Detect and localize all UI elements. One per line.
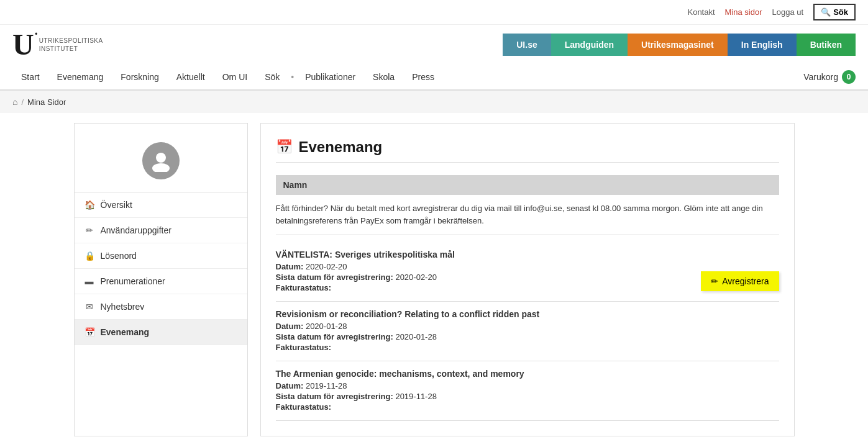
datum-value-1: 2020-02-20 xyxy=(306,262,347,271)
datum-label-1: Datum: xyxy=(276,262,304,271)
anvandaruppgifter-label: Användaruppgifter xyxy=(101,225,171,235)
faktura-label-3: Fakturastatus: xyxy=(276,402,332,412)
nav-aktuellt[interactable]: Aktuellt xyxy=(168,65,214,89)
home-icon: 🏠 xyxy=(85,200,94,210)
nav-sok[interactable]: Sök xyxy=(256,65,288,89)
avatar xyxy=(142,142,180,179)
top-bar: Kontakt Mina sidor Logga ut 🔍 Sök xyxy=(0,0,868,25)
event-title-2: Revisionism or reconciliation? Relating … xyxy=(276,309,779,319)
events-table-header: Namn xyxy=(276,175,779,195)
avregistrera-button-1[interactable]: ✏ Avregistrera xyxy=(701,271,779,291)
svg-point-0 xyxy=(156,153,166,163)
butiken-button[interactable]: Butiken xyxy=(797,34,856,56)
event-faktura-2: Fakturastatus: xyxy=(276,343,779,352)
main-nav: Start Evenemang Forskning Aktuellt Om UI… xyxy=(0,65,868,91)
mina-sidor-link[interactable]: Mina sidor xyxy=(725,7,762,17)
event-datum-3: Datum: 2019-11-28 xyxy=(276,381,779,390)
breadcrumb-separator: / xyxy=(21,97,24,107)
sidebar-item-anvandaruppgifter[interactable]: ✏ Användaruppgifter xyxy=(75,218,247,243)
losenord-link[interactable]: 🔒 Lösenord xyxy=(75,243,247,268)
cart-label: Varukorg xyxy=(803,72,838,82)
search-icon: 🔍 xyxy=(821,7,831,17)
title-calendar-icon: 📅 xyxy=(276,139,293,155)
page-title: Evenemang xyxy=(299,138,383,156)
utrikesmagasinet-button[interactable]: Utrikesmagasinet xyxy=(628,34,728,56)
nav-press[interactable]: Press xyxy=(403,65,443,89)
search-label: Sök xyxy=(833,7,848,17)
faktura-label-2: Fakturastatus: xyxy=(276,343,332,352)
avregistrera-label-1: Avregistrera xyxy=(722,276,769,286)
page-content: 🏠 Översikt ✏ Användaruppgifter 🔒 Lösenor… xyxy=(62,123,807,436)
logo-u-letter: U xyxy=(12,30,34,60)
breadcrumb-home-link[interactable]: ⌂ xyxy=(12,97,17,107)
main-content: 📅 Evenemang Namn Fått förhinder? När du … xyxy=(260,123,795,436)
brand-nav: U UTRIKESPOLITISKA INSTITUTET UI.se Land… xyxy=(0,25,868,65)
datum-value-3: 2019-11-28 xyxy=(306,381,347,390)
event-item-1: VÄNTELISTA: Sveriges utrikespolitiska må… xyxy=(276,242,779,302)
lock-icon: 🔒 xyxy=(85,251,94,261)
sista-label-1: Sista datum för avregistrering: xyxy=(276,273,393,282)
sidebar-item-prenumerationer[interactable]: ▬ Prenumerationer xyxy=(75,269,247,294)
event-item-2: Revisionism or reconciliation? Relating … xyxy=(276,302,779,361)
edit-icon: ✏ xyxy=(85,225,94,235)
brand-buttons: UI.se Landguiden Utrikesmagasinet In Eng… xyxy=(503,34,856,56)
sista-label-2: Sista datum för avregistrering: xyxy=(276,332,393,341)
sidebar-item-nyhetsbrev[interactable]: ✉ Nyhetsbrev xyxy=(75,294,247,320)
user-icon xyxy=(150,150,172,172)
sidebar: 🏠 Översikt ✏ Användaruppgifter 🔒 Lösenor… xyxy=(74,123,248,436)
sista-value-2: 2020-01-28 xyxy=(395,332,437,341)
event-sista-3: Sista datum för avregistrering: 2019-11-… xyxy=(276,392,779,401)
evenemang-label: Evenemang xyxy=(101,327,150,337)
inenglish-button[interactable]: In English xyxy=(728,34,797,56)
nav-skola[interactable]: Skola xyxy=(364,65,403,89)
mail-icon: ✉ xyxy=(85,302,94,312)
sidebar-item-evenemang[interactable]: 📅 Evenemang xyxy=(75,320,247,345)
pencil-icon: ✏ xyxy=(711,276,718,286)
logo-text: UTRIKESPOLITISKA INSTITUTET xyxy=(39,37,103,53)
breadcrumb: ⌂ / Mina Sidor xyxy=(0,91,868,113)
event-item-3: The Armenian genocide: mechanisms, conte… xyxy=(276,361,779,421)
logga-ut-link[interactable]: Logga ut xyxy=(772,7,804,17)
datum-label-3: Datum: xyxy=(276,381,304,390)
ui-se-button[interactable]: UI.se xyxy=(503,34,550,56)
nav-evenemang[interactable]: Evenemang xyxy=(48,65,112,89)
page-title-area: 📅 Evenemang xyxy=(276,138,779,163)
prenumerationer-link[interactable]: ▬ Prenumerationer xyxy=(75,269,247,294)
landguiden-button[interactable]: Landguiden xyxy=(551,34,628,56)
datum-label-2: Datum: xyxy=(276,322,304,331)
kontakt-link[interactable]: Kontakt xyxy=(687,7,715,17)
anvandaruppgifter-link[interactable]: ✏ Användaruppgifter xyxy=(75,218,247,243)
event-datum-1: Datum: 2020-02-20 xyxy=(276,262,779,271)
evenemang-link[interactable]: 📅 Evenemang xyxy=(75,320,247,345)
logo-area: U UTRIKESPOLITISKA INSTITUTET xyxy=(12,30,103,60)
search-button[interactable]: 🔍 Sök xyxy=(813,4,856,20)
nav-om-ui[interactable]: Om UI xyxy=(214,65,256,89)
cart-badge: 0 xyxy=(842,70,856,84)
nav-publikationer[interactable]: Publikationer xyxy=(296,65,364,89)
card-icon: ▬ xyxy=(85,276,94,286)
event-title-1: VÄNTELISTA: Sveriges utrikespolitiska må… xyxy=(276,250,779,259)
breadcrumb-current: Mina Sidor xyxy=(27,97,66,107)
sidebar-menu: 🏠 Översikt ✏ Användaruppgifter 🔒 Lösenor… xyxy=(75,192,247,345)
nav-separator: • xyxy=(288,72,296,82)
nyhetsbrev-link[interactable]: ✉ Nyhetsbrev xyxy=(75,294,247,319)
namn-header: Namn xyxy=(283,180,308,190)
event-datum-2: Datum: 2020-01-28 xyxy=(276,322,779,331)
sista-label-3: Sista datum för avregistrering: xyxy=(276,392,393,401)
faktura-label-1: Fakturastatus: xyxy=(276,283,332,292)
sista-value-1: 2020-02-20 xyxy=(395,273,437,282)
avatar-area xyxy=(75,124,247,192)
sidebar-item-oversikt[interactable]: 🏠 Översikt xyxy=(75,192,247,218)
calendar-icon: 📅 xyxy=(85,327,94,337)
event-faktura-3: Fakturastatus: xyxy=(276,402,779,412)
prenumerationer-label: Prenumerationer xyxy=(101,276,165,286)
event-sista-2: Sista datum för avregistrering: 2020-01-… xyxy=(276,332,779,341)
nav-start[interactable]: Start xyxy=(12,65,48,89)
event-title-3: The Armenian genocide: mechanisms, conte… xyxy=(276,369,779,379)
cart-area: Varukorg 0 xyxy=(803,70,856,84)
oversikt-link[interactable]: 🏠 Översikt xyxy=(75,192,247,217)
sidebar-item-losenord[interactable]: 🔒 Lösenord xyxy=(75,243,247,269)
nav-forskning[interactable]: Forskning xyxy=(112,65,167,89)
oversikt-label: Översikt xyxy=(101,200,132,210)
info-text: Fått förhinder? När du betalt med kort a… xyxy=(276,195,779,235)
